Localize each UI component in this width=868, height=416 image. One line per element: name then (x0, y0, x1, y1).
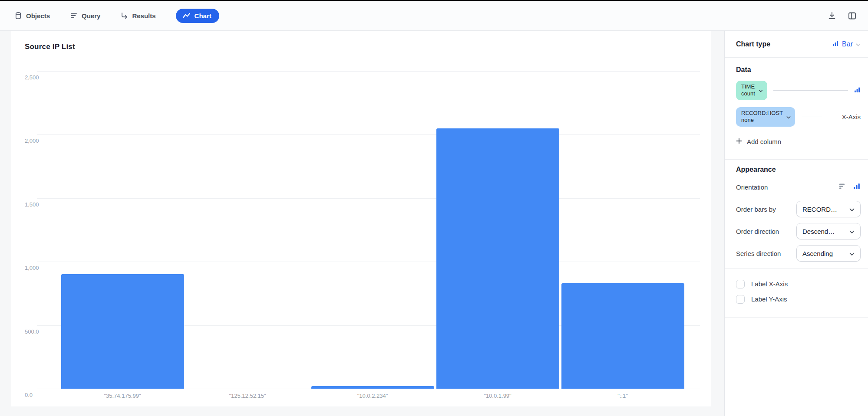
top-toolbar: Objects Query Results (0, 0, 868, 31)
pill-field: RECORD:HOST (741, 110, 783, 117)
download-button[interactable] (828, 11, 836, 20)
chevron-down-icon (849, 228, 855, 235)
y-axis-tick-label: 2,000 (25, 138, 39, 144)
corner-down-right-icon (120, 12, 128, 20)
data-row-xaxis: RECORD:HOST none X-Axis (736, 107, 861, 127)
dropdown-value: Descend… (802, 228, 835, 235)
gridline (37, 198, 700, 199)
appearance-section: Appearance Orientation (725, 160, 868, 269)
x-axis-tick-label: "125.12.52.15" (185, 393, 310, 399)
mapping-connector-line (802, 117, 822, 117)
gridline (37, 389, 700, 389)
mapping-connector-line (773, 90, 848, 91)
x-axis-tick-label: "35.74.175.99" (60, 393, 185, 399)
chevron-down-icon (759, 86, 763, 94)
bar[interactable] (311, 386, 434, 389)
series-direction-label: Series direction (736, 250, 781, 257)
chart-type-section: Chart type Bar (725, 31, 868, 58)
order-direction-label: Order direction (736, 228, 779, 235)
series-direction-row: Series direction Ascending (736, 245, 861, 262)
label-x-axis-row: Label X-Axis (736, 276, 861, 292)
order-bars-by-dropdown[interactable]: RECORD… (796, 201, 861, 217)
chart-type-label: Chart type (736, 40, 770, 48)
bar[interactable] (561, 283, 684, 389)
tab-objects[interactable]: Objects (14, 12, 50, 20)
label-y-axis-row: Label Y-Axis (736, 292, 861, 307)
bar[interactable] (436, 128, 559, 389)
chart-title: Source IP List (25, 43, 75, 51)
xaxis-column-pill[interactable]: RECORD:HOST none (736, 107, 795, 127)
trend-line-icon (182, 12, 191, 19)
tab-label: Chart (195, 12, 211, 20)
filter-lines-icon (70, 12, 78, 20)
toolbar-actions (828, 11, 857, 20)
y-axis-tick-label: 1,500 (25, 201, 39, 208)
pill-aggregation: none (741, 117, 783, 124)
gridline (37, 134, 700, 135)
chart-type-value: Bar (842, 40, 853, 48)
data-heading: Data (736, 66, 861, 74)
panel-toggle-button[interactable] (848, 11, 857, 20)
tab-label: Results (132, 12, 155, 20)
order-direction-dropdown[interactable]: Descend… (796, 223, 861, 239)
bar-series-icon (854, 87, 861, 95)
xaxis-target-label: X-Axis (842, 113, 861, 121)
view-tabs: Objects Query Results (14, 9, 219, 23)
tab-results[interactable]: Results (120, 12, 155, 20)
y-axis-tick-label: 0.0 (25, 392, 33, 398)
chevron-down-icon (849, 250, 855, 257)
chart-type-selector[interactable]: Bar (832, 40, 861, 48)
order-direction-row: Order direction Descend… (736, 223, 861, 240)
label-y-axis-checkbox[interactable] (736, 295, 745, 304)
bar[interactable] (61, 274, 184, 389)
dropdown-value: RECORD… (802, 206, 837, 213)
chart-card: Source IP List 2,5002,0001,5001,000500.0… (11, 31, 711, 406)
database-icon (14, 12, 22, 20)
tab-label: Query (82, 12, 100, 20)
x-axis-tick-label: "::1" (560, 393, 685, 399)
bar-chart-icon (832, 40, 839, 48)
y-axis-tick-label: 1,000 (25, 265, 39, 271)
label-x-axis-label: Label X-Axis (751, 280, 788, 288)
chart-settings-panel: Chart type Bar Data TIME count (724, 31, 868, 416)
value-column-pill[interactable]: TIME count (736, 81, 767, 100)
dropdown-value: Ascending (802, 250, 833, 257)
horizontal-bars-icon[interactable] (839, 183, 846, 191)
pill-aggregation: count (741, 90, 755, 97)
bar-chart-plot: 2,5002,0001,5001,000500.00.0"35.74.175.9… (37, 71, 700, 389)
data-row-value: TIME count (736, 81, 861, 100)
gridline (37, 262, 700, 262)
tab-query[interactable]: Query (70, 12, 100, 20)
tab-chart[interactable]: Chart (176, 9, 219, 23)
y-axis-tick-label: 2,500 (25, 74, 39, 81)
chevron-down-icon (849, 206, 855, 213)
series-direction-dropdown[interactable]: Ascending (796, 245, 861, 262)
y-axis-tick-label: 500.0 (25, 328, 39, 335)
add-column-label: Add column (747, 138, 781, 145)
label-x-axis-checkbox[interactable] (736, 280, 745, 288)
label-y-axis-label: Label Y-Axis (751, 295, 787, 303)
tab-label: Objects (26, 12, 50, 20)
orientation-label: Orientation (736, 183, 768, 191)
order-bars-by-label: Order bars by (736, 206, 776, 213)
gridline (37, 71, 700, 72)
chevron-down-icon (786, 113, 791, 121)
plus-icon (736, 138, 742, 145)
appearance-heading: Appearance (736, 166, 861, 174)
data-section: Data TIME count (725, 58, 868, 160)
add-column-button[interactable]: Add column (736, 138, 861, 145)
x-axis-tick-label: "10.0.1.99" (435, 393, 560, 399)
x-axis-tick-label: "10.0.2.234" (310, 393, 435, 399)
order-bars-by-row: Order bars by RECORD… (736, 200, 861, 218)
orientation-row: Orientation (736, 178, 861, 196)
axis-labels-section: Label X-Axis Label Y-Axis (725, 269, 868, 318)
chevron-down-icon (856, 40, 861, 48)
vertical-bars-icon[interactable] (853, 183, 861, 191)
pill-field: TIME (741, 83, 755, 90)
